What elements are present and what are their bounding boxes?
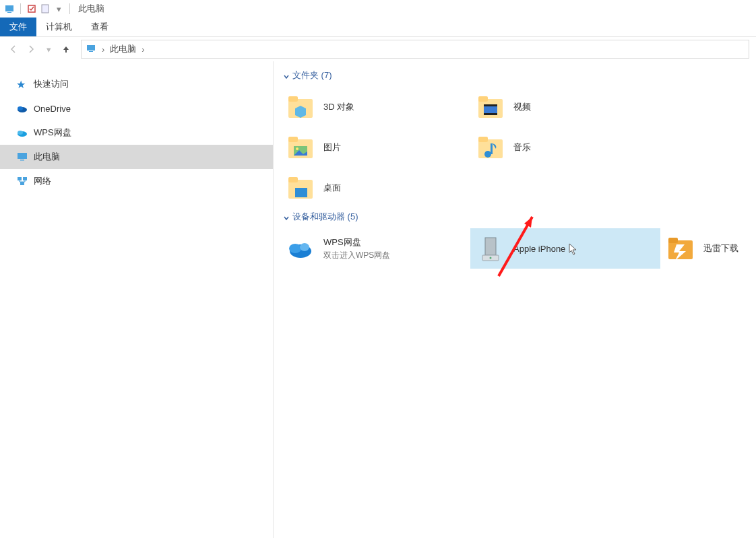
- folder-video-icon: [476, 92, 505, 122]
- tab-computer[interactable]: 计算机: [36, 18, 82, 36]
- svg-point-9: [18, 131, 23, 135]
- item-label: 3D 对象: [323, 101, 354, 113]
- nav-forward-button[interactable]: [24, 42, 38, 56]
- svg-rect-29: [478, 137, 488, 142]
- folder-pictures[interactable]: 图片: [280, 127, 470, 168]
- svg-rect-13: [23, 177, 27, 180]
- svg-point-7: [18, 106, 23, 110]
- svg-rect-16: [288, 96, 298, 102]
- svg-rect-38: [485, 238, 496, 255]
- cloud-icon: [16, 102, 28, 114]
- svg-rect-1: [7, 12, 11, 13]
- qat-doc-icon[interactable]: [40, 3, 51, 14]
- svg-point-37: [300, 243, 309, 251]
- address-bar[interactable]: › 此电脑 ›: [81, 40, 749, 59]
- devices-grid: WPS网盘 双击进入WPS网盘 Apple iPhone 迅雷下载: [280, 228, 756, 269]
- separator: [69, 3, 70, 14]
- chevron-down-icon: [283, 72, 290, 79]
- folder-videos[interactable]: 视频: [470, 87, 660, 127]
- folder-desktop-icon: [286, 173, 315, 203]
- svg-rect-11: [20, 160, 24, 161]
- cloud-icon: [16, 127, 28, 139]
- breadcrumb-separator: ›: [102, 44, 104, 55]
- svg-rect-19: [478, 96, 488, 102]
- nav-up-button[interactable]: [59, 42, 73, 56]
- drive-icon: [476, 234, 505, 263]
- sidebar-item-label: 快速访问: [34, 78, 69, 90]
- svg-rect-0: [5, 5, 13, 11]
- folders-grid: 3D 对象 视频 图片 音乐: [280, 87, 756, 208]
- folder-picture-icon: [286, 133, 315, 162]
- pc-icon: [86, 43, 96, 56]
- svg-point-26: [296, 147, 298, 150]
- window-title: 此电脑: [78, 3, 104, 15]
- breadcrumb-root[interactable]: 此电脑: [110, 43, 136, 55]
- device-wps[interactable]: WPS网盘 双击进入WPS网盘: [280, 228, 470, 269]
- ribbon-tabs: 文件 计算机 查看: [0, 18, 756, 37]
- wps-cloud-icon: [286, 234, 315, 263]
- content-pane: 文件夹 (7) 3D 对象 视频 图片: [274, 61, 756, 538]
- item-label: Apple iPhone: [513, 244, 565, 254]
- tab-file[interactable]: 文件: [0, 18, 36, 36]
- folder-music-icon: [476, 133, 505, 162]
- nav-back-button[interactable]: [7, 42, 20, 56]
- item-label: 图片: [323, 141, 341, 154]
- svg-rect-42: [668, 238, 678, 243]
- sidebar-item-label: WPS网盘: [34, 127, 71, 139]
- svg-rect-22: [484, 113, 497, 115]
- sidebar-item-network[interactable]: 网络: [0, 169, 273, 193]
- network-icon: [16, 175, 28, 187]
- device-thunder[interactable]: 迅雷下载: [660, 228, 748, 269]
- folder-3d-objects[interactable]: 3D 对象: [280, 87, 470, 127]
- nav-bar: ▾ › 此电脑 ›: [0, 37, 756, 61]
- item-sublabel: 双击进入WPS网盘: [323, 250, 390, 261]
- group-header-label: 设备和驱动器 (5): [292, 211, 358, 223]
- breadcrumb-separator: ›: [141, 44, 144, 55]
- thunder-folder-icon: [666, 234, 695, 263]
- separator: [20, 3, 21, 14]
- qat-properties-icon[interactable]: [26, 3, 37, 14]
- group-header-label: 文件夹 (7): [292, 69, 332, 81]
- svg-point-36: [289, 244, 301, 253]
- svg-rect-10: [18, 153, 27, 159]
- sidebar-item-label: OneDrive: [34, 104, 71, 114]
- item-label: 音乐: [513, 141, 531, 154]
- item-label: 桌面: [323, 182, 341, 194]
- nav-recent-dropdown[interactable]: ▾: [42, 42, 55, 56]
- cursor-icon: [569, 243, 578, 257]
- app-icon: [4, 3, 15, 14]
- svg-rect-21: [484, 104, 497, 106]
- svg-rect-34: [295, 188, 307, 197]
- sidebar-item-onedrive[interactable]: OneDrive: [0, 96, 273, 121]
- svg-rect-31: [491, 143, 493, 154]
- tab-view[interactable]: 查看: [82, 18, 118, 36]
- item-label: WPS网盘: [323, 236, 390, 248]
- item-label: 视频: [513, 101, 531, 113]
- chevron-down-icon: [283, 213, 290, 220]
- pc-icon: [16, 151, 28, 163]
- svg-rect-24: [288, 137, 298, 142]
- svg-point-30: [484, 151, 491, 158]
- sidebar-item-label: 网络: [34, 175, 51, 187]
- svg-rect-3: [42, 5, 49, 13]
- group-header-devices[interactable]: 设备和驱动器 (5): [283, 211, 756, 223]
- star-icon: ★: [16, 78, 28, 90]
- nav-sidebar: ★ 快速访问 OneDrive WPS网盘 此电脑 网络: [0, 61, 274, 538]
- sidebar-item-wps[interactable]: WPS网盘: [0, 121, 273, 145]
- svg-rect-33: [288, 177, 298, 182]
- folder-music[interactable]: 音乐: [470, 127, 660, 168]
- svg-rect-12: [18, 177, 22, 180]
- sidebar-item-label: 此电脑: [34, 151, 60, 163]
- device-apple-iphone[interactable]: Apple iPhone: [470, 228, 660, 269]
- qat-dropdown-icon[interactable]: ▾: [53, 3, 64, 14]
- svg-point-40: [490, 257, 492, 259]
- sidebar-item-this-pc[interactable]: 此电脑: [0, 145, 273, 169]
- sidebar-item-quick-access[interactable]: ★ 快速访问: [0, 72, 273, 96]
- item-label: 迅雷下载: [703, 242, 738, 255]
- folder-3d-icon: [286, 92, 315, 122]
- svg-rect-41: [668, 240, 693, 259]
- svg-rect-5: [89, 51, 93, 52]
- svg-rect-4: [87, 45, 95, 51]
- group-header-folders[interactable]: 文件夹 (7): [283, 69, 756, 81]
- folder-desktop[interactable]: 桌面: [280, 168, 470, 208]
